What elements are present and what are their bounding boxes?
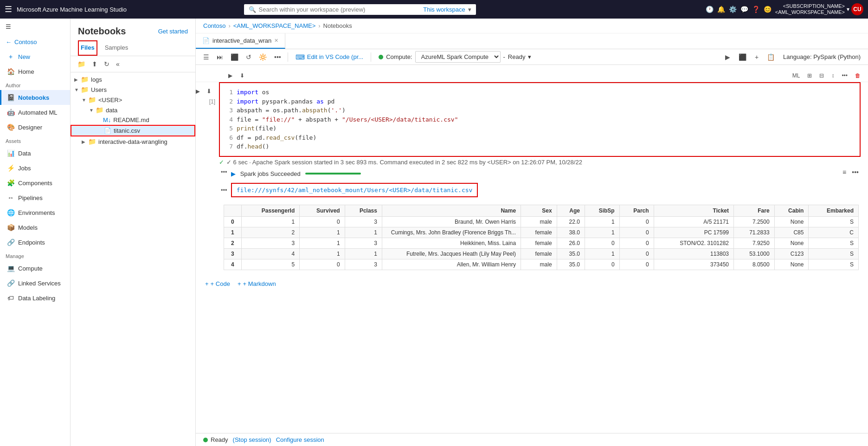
- sidebar-item-data-labeling[interactable]: 🏷 Data Labeling: [0, 291, 70, 305]
- sidebar-item-automated-ml[interactable]: 🤖 Automated ML: [0, 105, 70, 120]
- tree-item-interactive[interactable]: ▶ 📁 interactive-data-wrangling: [71, 136, 195, 147]
- cell-delete-btn[interactable]: 🗑: [852, 71, 863, 81]
- tree-item-titanic-csv[interactable]: 📄 titanic.csv: [71, 125, 195, 136]
- code-line-7: 7 df.head(): [225, 142, 854, 151]
- cell-move-btn[interactable]: ↕: [829, 71, 837, 81]
- sidebar-back[interactable]: ← Contoso: [0, 35, 70, 49]
- sidebar-item-home[interactable]: 🏠 Home: [0, 64, 70, 79]
- search-input[interactable]: [259, 6, 421, 13]
- breadcrumb-workspace[interactable]: <AML_WORKSPACE_NAME>: [233, 22, 315, 29]
- cell-run-btn[interactable]: ▶: [225, 71, 235, 81]
- table-cell: 113803: [654, 248, 733, 259]
- table-cell: 0: [224, 216, 242, 227]
- gear-icon[interactable]: ⚙️: [729, 6, 737, 13]
- cell-merge-btn[interactable]: ⊟: [817, 71, 827, 81]
- notebooks-panel: Notebooks Get started Files Samples 📁 ⬆ …: [71, 19, 196, 446]
- cell-more-btn[interactable]: •••: [839, 71, 850, 81]
- compute-label: Compute:: [386, 53, 412, 60]
- sidebar-item-linked-services[interactable]: 🔗 Linked Services: [0, 276, 70, 291]
- tree-item-readme[interactable]: M↓ README.md: [71, 115, 195, 125]
- table-cell: 0: [585, 259, 619, 270]
- collapse-btn[interactable]: «: [114, 59, 122, 69]
- run-cell-btn[interactable]: ▶: [722, 52, 733, 63]
- code-block[interactable]: 1 import os 2 import pyspark.pandas as p…: [219, 82, 861, 157]
- dots-menu2[interactable]: •••: [219, 186, 229, 194]
- menu-btn[interactable]: ☰: [200, 52, 212, 63]
- table-cell: S: [809, 248, 859, 259]
- cell-run-below-btn[interactable]: ⬇: [237, 71, 247, 81]
- col-header-survived: Survived: [300, 205, 345, 216]
- chevron-down-user[interactable]: ▾: [847, 6, 849, 13]
- breadcrumb-contoso[interactable]: Contoso: [203, 22, 225, 29]
- notebook-tab[interactable]: 📄 interactive_data_wran ✕: [196, 33, 285, 49]
- spark-jobs-label: Spark jobs Succeeded: [240, 170, 301, 177]
- col-header-name: Name: [382, 205, 521, 216]
- collapse-arrow[interactable]: ▶: [231, 170, 236, 177]
- user-avatar[interactable]: CU: [851, 3, 863, 15]
- new-folder-btn[interactable]: 📁: [75, 59, 88, 69]
- stop-session-link[interactable]: (Stop session): [233, 436, 271, 443]
- smile-icon[interactable]: 😊: [764, 6, 772, 13]
- chat-icon[interactable]: 💬: [740, 6, 748, 13]
- tree-item-user[interactable]: ▼ 📁 <USER>: [71, 95, 195, 105]
- sidebar-item-compute[interactable]: 💻 Compute: [0, 261, 70, 276]
- sidebar-item-jobs[interactable]: ⚡ Jobs: [0, 161, 70, 175]
- sidebar-item-components[interactable]: 🧩 Components: [0, 175, 70, 190]
- compute-chevron[interactable]: ▾: [528, 53, 531, 60]
- table-cell: 373450: [654, 259, 733, 270]
- cell-ml-btn[interactable]: ML: [790, 71, 803, 81]
- cell-run-gutter-btn[interactable]: ▶: [196, 86, 202, 97]
- sidebar-item-data[interactable]: 📊 Data: [0, 146, 70, 161]
- refresh-btn[interactable]: ↻: [102, 59, 112, 69]
- sidebar-item-designer[interactable]: 🎨 Designer: [0, 120, 70, 135]
- configure-session-link[interactable]: Configure session: [276, 436, 324, 443]
- restart-btn[interactable]: ↺: [243, 52, 254, 63]
- bell-icon[interactable]: 🔔: [717, 6, 725, 13]
- user-menu[interactable]: <SUBSCRIPTION_NAME> <AML_WORKSPACE_NAME>…: [775, 3, 863, 15]
- interrupt-btn[interactable]: ⬛: [228, 52, 241, 63]
- hamburger-icon[interactable]: ☰: [5, 4, 12, 14]
- insert-cell-btn[interactable]: +: [752, 52, 761, 63]
- table-cell: 3: [345, 216, 382, 227]
- table-cell: 3: [345, 259, 382, 270]
- tab-files[interactable]: Files: [78, 40, 97, 56]
- code-line-2: 2 import pyspark.pandas as pd: [225, 97, 854, 106]
- sidebar-item-endpoints[interactable]: 🔗 Endpoints: [0, 235, 70, 250]
- table-cell: None: [774, 238, 809, 248]
- tab-close-btn[interactable]: ✕: [274, 38, 278, 44]
- help-icon[interactable]: ❓: [752, 6, 760, 13]
- output-more-btn[interactable]: •••: [850, 168, 861, 177]
- sidebar-item-models[interactable]: 📦 Models: [0, 220, 70, 235]
- cell-run-down-btn[interactable]: ⬇: [205, 86, 213, 97]
- tree-item-data[interactable]: ▼ 📁 data: [71, 105, 195, 115]
- cell-split-btn[interactable]: ⊞: [804, 71, 815, 81]
- copy-cell-btn[interactable]: 📋: [764, 52, 778, 63]
- compute-select[interactable]: AzureML Spark Compute: [415, 51, 501, 63]
- tree-item-users[interactable]: ▼ 📁 Users: [71, 84, 195, 95]
- add-cell-btn[interactable]: ⬛: [736, 52, 749, 63]
- tree-item-logs[interactable]: ▶ 📁 logs: [71, 74, 195, 84]
- sidebar-item-pipelines[interactable]: ↔ Pipelines: [0, 190, 70, 205]
- endpoints-icon: 🔗: [7, 239, 14, 246]
- add-code-btn[interactable]: + + Code: [205, 280, 230, 287]
- home-icon: 🏠: [7, 68, 14, 75]
- tab-samples[interactable]: Samples: [105, 40, 129, 56]
- clock-icon[interactable]: 🕐: [706, 6, 714, 13]
- sidebar-item-environments[interactable]: 🌐 Environments: [0, 205, 70, 220]
- clear-btn[interactable]: 🔆: [256, 52, 270, 63]
- table-cell: C: [809, 227, 859, 238]
- vscode-btn[interactable]: ⌨ Edit in VS Code (pr...: [292, 52, 367, 63]
- dots-menu[interactable]: •••: [219, 168, 229, 176]
- add-markdown-btn[interactable]: + + Markdown: [238, 280, 276, 287]
- chevron-down-icon[interactable]: ▾: [468, 6, 471, 13]
- run-all-btn[interactable]: ⏭: [214, 52, 226, 63]
- col-header-ticket: Ticket: [654, 205, 733, 216]
- new-button[interactable]: + New: [0, 49, 70, 64]
- more-btn[interactable]: •••: [271, 52, 284, 63]
- output-list-btn[interactable]: ≡: [841, 168, 848, 177]
- get-started-link[interactable]: Get started: [158, 28, 188, 35]
- workspace-filter[interactable]: This workspace: [423, 6, 465, 13]
- sidebar-item-notebooks[interactable]: 📓 Notebooks: [0, 90, 70, 105]
- sidebar-hamburger[interactable]: ☰: [0, 19, 70, 35]
- upload-btn[interactable]: ⬆: [90, 59, 100, 69]
